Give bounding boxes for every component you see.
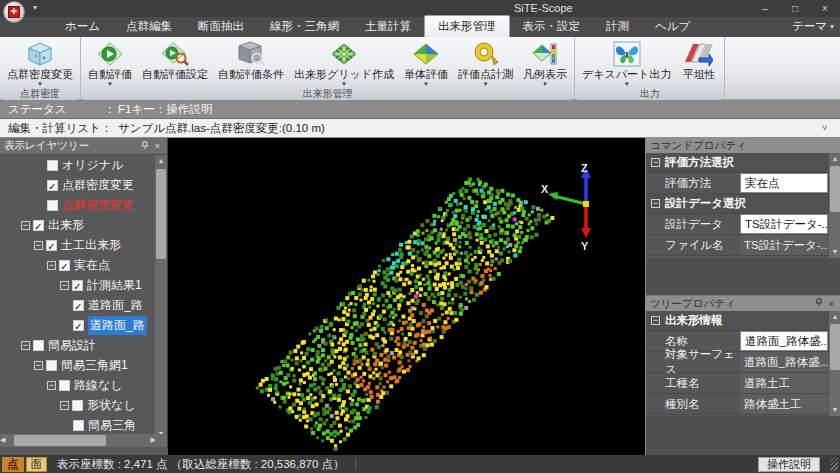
- collapse-icon[interactable]: −: [651, 316, 660, 325]
- evaluation-method-field[interactable]: 実在点: [740, 173, 828, 193]
- collapse-icon[interactable]: −: [47, 381, 56, 390]
- 3d-viewport[interactable]: X Z Y: [168, 138, 645, 455]
- operation-help-button[interactable]: 操作説明: [758, 457, 820, 472]
- collapse-icon[interactable]: −: [34, 241, 43, 250]
- layer-tree-horizontal-scrollbar[interactable]: ◀ ▶: [0, 434, 156, 447]
- tree-item[interactable]: −✓出来形: [0, 215, 156, 235]
- visibility-checkbox[interactable]: [47, 160, 58, 171]
- name-field[interactable]: 道路面_路体盛...: [740, 331, 828, 351]
- tab-help[interactable]: ヘルプ: [642, 16, 703, 37]
- tree-item[interactable]: −簡易設計: [0, 335, 156, 355]
- collapse-icon[interactable]: −: [47, 261, 56, 270]
- point-display-toggle[interactable]: 点: [2, 457, 24, 472]
- edit-calc-list-combobox[interactable]: サンプル点群.las-点群密度変更:(0.10 m): [118, 121, 822, 136]
- section-evaluation-method[interactable]: − 評価方法選択: [646, 153, 840, 173]
- tree-item[interactable]: −簡易三角網1: [0, 355, 156, 375]
- design-data-field[interactable]: TS設計データ-...: [740, 214, 828, 234]
- maximize-button[interactable]: □: [780, 0, 810, 17]
- collapse-icon[interactable]: −: [21, 341, 30, 350]
- auto-evaluation-settings-button[interactable]: 自動評価設定: [137, 38, 213, 87]
- visibility-checkbox[interactable]: ✓: [47, 180, 58, 191]
- section-dekigata-info[interactable]: − 出来形情報: [646, 311, 840, 331]
- collapse-icon[interactable]: −: [21, 221, 30, 230]
- visibility-checkbox[interactable]: [59, 380, 70, 391]
- tree-properties-scrollbar[interactable]: ▲ ▼: [829, 311, 840, 416]
- minimize-button[interactable]: –: [750, 0, 780, 17]
- visibility-checkbox[interactable]: ✓: [73, 300, 84, 311]
- ribbon-group-label: 出力: [577, 87, 722, 100]
- visibility-checkbox[interactable]: [46, 360, 57, 371]
- tree-item[interactable]: 点群密度変更: [0, 195, 156, 215]
- scrollbar-thumb[interactable]: [156, 169, 166, 259]
- evaluation-point-measure-button[interactable]: 評価点計測 ▾: [453, 38, 518, 87]
- legend-display-button[interactable]: 凡例表示 ▾: [518, 38, 572, 87]
- chevron-down-icon: ▾: [625, 80, 629, 87]
- visibility-checkbox[interactable]: [73, 420, 84, 431]
- scroll-down-icon[interactable]: ▼: [829, 404, 840, 416]
- close-button[interactable]: ×: [810, 0, 840, 17]
- pin-icon[interactable]: [812, 298, 826, 309]
- scroll-left-icon[interactable]: ◀: [0, 434, 5, 447]
- command-properties-scrollbar[interactable]: ▲ ▼: [829, 153, 840, 258]
- dekispart-output-button[interactable]: デキスパート出力 ▾: [577, 38, 676, 87]
- tree-item[interactable]: −形状なし: [0, 395, 156, 415]
- single-evaluation-button[interactable]: 単体評価 ▾: [399, 38, 453, 87]
- face-display-toggle[interactable]: 面: [26, 457, 48, 472]
- chevron-down-icon[interactable]: ˅: [822, 123, 840, 133]
- tree-item[interactable]: オリジナル: [0, 155, 156, 175]
- tab-dekigata-kanri[interactable]: 出来形管理: [424, 15, 510, 37]
- tree-item-label: 計測結果1: [87, 277, 142, 294]
- visibility-checkbox[interactable]: ✓: [33, 220, 44, 231]
- tree-item[interactable]: 簡易三角: [0, 415, 156, 435]
- collapse-icon[interactable]: −: [60, 281, 69, 290]
- collapse-icon[interactable]: −: [60, 401, 69, 410]
- tab-point-edit[interactable]: 点群編集: [113, 16, 185, 37]
- tree-item[interactable]: −✓計測結果1: [0, 275, 156, 295]
- tab-volume-calc[interactable]: 土量計算: [352, 16, 424, 37]
- scroll-down-icon[interactable]: ▼: [829, 246, 840, 258]
- visibility-checkbox[interactable]: ✓: [73, 320, 84, 331]
- quick-access-dropdown-icon[interactable]: ▾: [33, 3, 37, 12]
- close-icon[interactable]: ×: [152, 141, 163, 151]
- tab-home[interactable]: ホーム: [52, 16, 113, 37]
- scroll-up-icon[interactable]: ▲: [829, 311, 840, 323]
- grid-create-button[interactable]: 出来形グリッド作成 ▾: [289, 38, 399, 87]
- point-density-change-button[interactable]: 点群密度変更 ▾: [2, 38, 78, 87]
- tree-item[interactable]: −✓実在点: [0, 255, 156, 275]
- visibility-checkbox[interactable]: ✓: [59, 260, 70, 271]
- tree-item[interactable]: −✓土工出来形: [0, 235, 156, 255]
- layer-tree-vertical-scrollbar[interactable]: ▲ ▼: [155, 155, 167, 440]
- visibility-checkbox[interactable]: ✓: [72, 280, 83, 291]
- scroll-up-icon[interactable]: ▲: [155, 155, 167, 167]
- app-menu-button[interactable]: ✚: [3, 1, 25, 23]
- section-design-data[interactable]: − 設計データ選択: [646, 194, 840, 214]
- resize-grip[interactable]: [830, 457, 838, 471]
- theme-menu[interactable]: テーマ ▾: [786, 19, 840, 37]
- tab-alignment-tin[interactable]: 線形・三角網: [257, 16, 352, 37]
- window-controls: – □ ×: [750, 0, 840, 17]
- collapse-icon[interactable]: −: [34, 361, 43, 370]
- close-icon[interactable]: ×: [826, 299, 837, 309]
- collapse-icon[interactable]: −: [651, 199, 660, 208]
- command-properties-title: コマンドプロパティ: [650, 139, 837, 153]
- visibility-checkbox[interactable]: [72, 400, 83, 411]
- tree-item[interactable]: ✓道路面_路: [0, 295, 156, 315]
- tree-item[interactable]: ✓点群密度変更: [0, 175, 156, 195]
- tab-section-extract[interactable]: 断面抽出: [185, 16, 257, 37]
- file-name-value: TS設計データ-...: [740, 235, 828, 255]
- scrollbar-thumb[interactable]: [14, 435, 106, 446]
- auto-evaluation-condition-button[interactable]: 自動評価条件: [213, 38, 289, 87]
- pin-icon[interactable]: [138, 141, 152, 152]
- auto-evaluation-button[interactable]: 自動評価 ▾: [83, 38, 137, 87]
- scroll-up-icon[interactable]: ▲: [829, 153, 840, 165]
- tab-display-settings[interactable]: 表示・設定: [510, 16, 594, 37]
- flatness-button[interactable]: 平坦性: [676, 38, 722, 87]
- visibility-checkbox[interactable]: [33, 340, 44, 351]
- tree-item[interactable]: −路線なし: [0, 375, 156, 395]
- tab-measure[interactable]: 計測: [593, 16, 642, 37]
- collapse-icon[interactable]: −: [651, 158, 660, 167]
- chevron-down-icon: ▾: [342, 80, 346, 87]
- visibility-checkbox[interactable]: [47, 200, 58, 211]
- visibility-checkbox[interactable]: ✓: [46, 240, 57, 251]
- tree-item[interactable]: ✓道路面_路: [0, 315, 156, 335]
